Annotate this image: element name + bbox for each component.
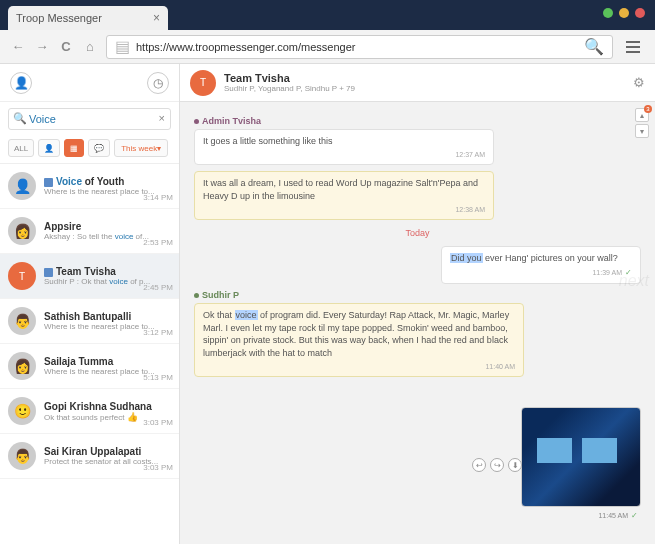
menu-icon[interactable]	[621, 35, 645, 59]
browser-titlebar: Troop Messenger ×	[0, 0, 655, 30]
filter-all[interactable]: ALL	[8, 139, 34, 157]
forward-icon[interactable]: →	[34, 39, 50, 55]
clear-search-icon[interactable]: ×	[159, 112, 165, 124]
timestamp: 3:03 PM	[143, 418, 173, 427]
scroll-down-icon[interactable]: ▾	[635, 124, 649, 138]
avatar: 👤	[8, 172, 36, 200]
conversation-item[interactable]: 👩 Sailaja Tumma Where is the nearest pla…	[0, 344, 179, 389]
conversation-item[interactable]: 👨 Sai Kiran Uppalapati Protect the senat…	[0, 434, 179, 479]
search-input[interactable]	[8, 108, 171, 130]
conversation-item[interactable]: 👨 Sathish Bantupalli Where is the neares…	[0, 299, 179, 344]
timestamp: 2:45 PM	[143, 283, 173, 292]
avatar: 👨	[8, 307, 36, 335]
conversation-list: 👤 Voice of Youth Where is the nearest pl…	[0, 164, 179, 544]
message-time: 11:39 AM✓	[450, 267, 632, 278]
back-icon[interactable]: ←	[10, 39, 26, 55]
chat-header: T Team Tvisha Sudhir P, Yoganand P, Sind…	[180, 64, 655, 102]
tab-close-icon[interactable]: ×	[153, 11, 160, 25]
sender-name: Admin Tvisha	[194, 116, 641, 126]
message-time: 11:40 AM	[203, 362, 515, 372]
timestamp: 3:14 PM	[143, 193, 173, 202]
page-icon: ▤	[115, 37, 130, 56]
url-input[interactable]	[136, 41, 578, 53]
home-icon[interactable]: ⌂	[82, 39, 98, 55]
filter-user-icon[interactable]: 👤	[38, 139, 60, 157]
window-close-icon[interactable]	[635, 8, 645, 18]
filter-timeframe[interactable]: This week ▾	[114, 139, 168, 157]
scroll-up-icon[interactable]: ▴3	[635, 108, 649, 122]
image-attachment[interactable]: ↩ ↪ ⬇ 11:45 AM✓	[521, 407, 641, 507]
avatar: 🙂	[8, 397, 36, 425]
avatar: 👩	[8, 217, 36, 245]
browser-tab[interactable]: Troop Messenger ×	[8, 6, 168, 30]
window-min-icon[interactable]	[603, 8, 613, 18]
timestamp: 3:12 PM	[143, 328, 173, 337]
url-bar: ← → C ⌂ ▤ 🔍	[0, 30, 655, 64]
message-time: 11:45 AM✓	[598, 511, 638, 520]
window-max-icon[interactable]	[619, 8, 629, 18]
tab-title: Troop Messenger	[16, 12, 102, 24]
timestamp: 2:53 PM	[143, 238, 173, 247]
read-check-icon: ✓	[631, 511, 638, 520]
watermark: next	[619, 272, 649, 290]
chat-avatar[interactable]: T	[190, 70, 216, 96]
group-badge-icon	[44, 268, 53, 277]
avatar: 👩	[8, 352, 36, 380]
conversation-item[interactable]: 👩 Appsire Akshay : So tell the voice of.…	[0, 209, 179, 254]
timestamp: 5:13 PM	[143, 373, 173, 382]
chat-subtitle: Sudhir P, Yoganand P, Sindhu P + 79	[224, 84, 355, 93]
conversation-item[interactable]: T Team Tvisha Sudhir P : Ok that voice o…	[0, 254, 179, 299]
chat-title: Team Tvisha	[224, 72, 355, 84]
reply-icon[interactable]: ↩	[472, 458, 486, 472]
conversation-item[interactable]: 🙂 Gopi Krishna Sudhana Ok that sounds pe…	[0, 389, 179, 434]
reload-icon[interactable]: C	[58, 39, 74, 55]
avatar: T	[8, 262, 36, 290]
message-bubble[interactable]: Ok that voice of program did. Every Satu…	[194, 303, 524, 377]
filter-chat-icon[interactable]: 💬	[88, 139, 110, 157]
forward-icon[interactable]: ↪	[490, 458, 504, 472]
search-icon: 🔍	[13, 112, 27, 125]
sender-name: Sudhir P	[194, 290, 641, 300]
profile-icon[interactable]: 👤	[10, 72, 32, 94]
chat-panel: T Team Tvisha Sudhir P, Yoganand P, Sind…	[180, 64, 655, 544]
unread-badge: 3	[644, 105, 652, 113]
message-bubble[interactable]: It goes a little something like this 12:…	[194, 129, 494, 165]
message-time: 12:38 AM	[203, 205, 485, 215]
message-bubble[interactable]: It was all a dream, I used to read Word …	[194, 171, 494, 220]
message-bubble[interactable]: Did you ever Hang' pictures on your wall…	[441, 246, 641, 284]
group-badge-icon	[44, 178, 53, 187]
message-area: ▴3 ▾ Admin Tvisha It goes a little somet…	[180, 102, 655, 544]
download-icon[interactable]: ⬇	[508, 458, 522, 472]
settings-icon[interactable]: ⚙	[633, 75, 645, 90]
thumbs-up-icon: 👍	[127, 412, 138, 422]
date-separator: Today	[194, 228, 641, 238]
search-icon[interactable]: 🔍	[584, 37, 604, 56]
sidebar: 👤 ◷ 🔍 × ALL 👤 ▦ 💬 This week ▾ 👤 Voice of…	[0, 64, 180, 544]
avatar: 👨	[8, 442, 36, 470]
filter-group-icon[interactable]: ▦	[64, 139, 84, 157]
timestamp: 3:03 PM	[143, 463, 173, 472]
conversation-item[interactable]: 👤 Voice of Youth Where is the nearest pl…	[0, 164, 179, 209]
chevron-down-icon: ▾	[157, 144, 161, 153]
clock-icon[interactable]: ◷	[147, 72, 169, 94]
message-time: 12:37 AM	[203, 150, 485, 160]
